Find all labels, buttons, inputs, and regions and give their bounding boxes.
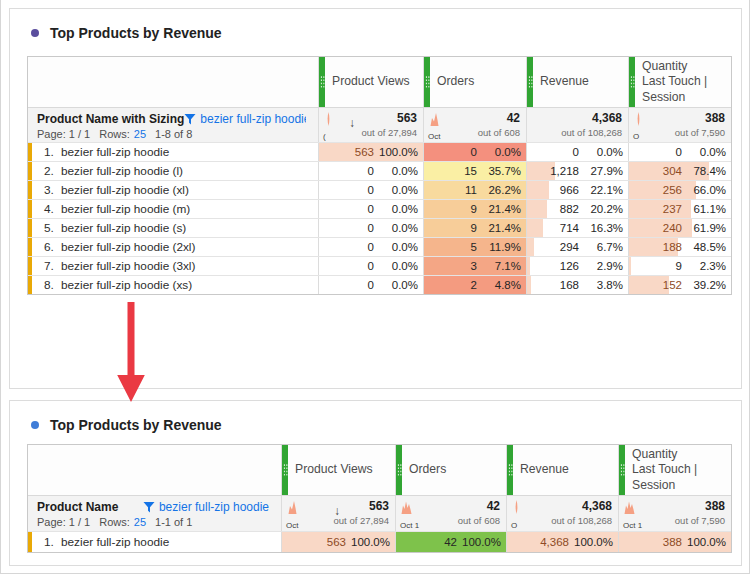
- column-totals: 42out of 608: [458, 500, 500, 526]
- applied-filter[interactable]: bezier full-zip hoodie: [184, 112, 308, 126]
- metric-value: 240: [663, 222, 682, 234]
- metric-cell[interactable]: 30478.4%: [628, 162, 731, 180]
- sparkline-icon[interactable]: [323, 111, 336, 127]
- metric-cell[interactable]: 00.0%: [628, 143, 731, 161]
- metric-cell[interactable]: 1683.8%: [526, 276, 628, 294]
- column-drag-handle-icon[interactable]: [527, 57, 533, 107]
- column-drag-handle-icon[interactable]: [319, 57, 325, 107]
- metric-cell[interactable]: 00.0%: [318, 200, 423, 218]
- metric-cell[interactable]: 24.8%: [423, 276, 526, 294]
- dimension-name: Product Name: [37, 500, 118, 514]
- drag-dots-icon: [508, 464, 513, 477]
- column-header-orders[interactable]: Orders: [423, 57, 526, 107]
- sparkline-icon[interactable]: [623, 499, 636, 515]
- dimension-item-cell[interactable]: 6.bezier full-zip hoodie (2xl): [28, 238, 318, 256]
- metric-cell[interactable]: 00.0%: [318, 219, 423, 237]
- column-drag-handle-icon[interactable]: [424, 57, 430, 107]
- metric-cell[interactable]: 00.0%: [318, 181, 423, 199]
- column-header-revenue[interactable]: Revenue: [526, 57, 628, 107]
- metric-cell[interactable]: 1126.2%: [423, 181, 526, 199]
- column-drag-handle-icon[interactable]: [507, 445, 513, 495]
- metric-value: 714: [560, 222, 579, 234]
- sparkline-icon[interactable]: [633, 111, 646, 127]
- metric-cell[interactable]: 00.0%: [318, 276, 423, 294]
- metric-cell[interactable]: 92.3%: [628, 257, 731, 275]
- metric-cell[interactable]: 00.0%: [318, 238, 423, 256]
- rows-per-page[interactable]: 25: [134, 128, 146, 140]
- metric-cell[interactable]: 1,21827.9%: [526, 162, 628, 180]
- metric-cell[interactable]: 18848.5%: [628, 238, 731, 256]
- sort-descending-icon[interactable]: ↓: [349, 116, 355, 130]
- applied-filter[interactable]: bezier full-zip hoodie: [143, 500, 271, 514]
- metric-cell[interactable]: 37.1%: [423, 257, 526, 275]
- metric-cell[interactable]: 511.9%: [423, 238, 526, 256]
- rows-per-page[interactable]: 25: [134, 516, 146, 528]
- sparkline-icon[interactable]: [286, 499, 299, 515]
- dimension-item-cell[interactable]: 4.bezier full-zip hoodie (m): [28, 200, 318, 218]
- metric-percent: 66.0%: [682, 184, 726, 196]
- metric-cell[interactable]: 00.0%: [423, 143, 526, 161]
- metric-cell[interactable]: 23761.1%: [628, 200, 731, 218]
- column-header-product-views[interactable]: Product Views: [281, 445, 395, 495]
- column-drag-handle-icon[interactable]: [396, 445, 402, 495]
- metric-cell[interactable]: 15239.2%: [628, 276, 731, 294]
- metric-cell[interactable]: 71416.3%: [526, 219, 628, 237]
- dimension-item-cell[interactable]: 7.bezier full-zip hoodie (3xl): [28, 257, 318, 275]
- table-row: 6.bezier full-zip hoodie (2xl)00.0%511.9…: [28, 237, 731, 256]
- heat-bar: [527, 200, 547, 218]
- metric-percent: 61.9%: [682, 222, 726, 234]
- dimension-color-strip: [28, 238, 32, 256]
- sparkline-icon[interactable]: [511, 499, 524, 515]
- metric-cell[interactable]: 2946.7%: [526, 238, 628, 256]
- sparkline-icon[interactable]: [400, 499, 413, 515]
- metric-cell[interactable]: 1535.7%: [423, 162, 526, 180]
- dimension-item-cell[interactable]: 3.bezier full-zip hoodie (xl): [28, 181, 318, 199]
- metric-cell[interactable]: 4,368100.0%: [506, 532, 618, 552]
- metric-percent: 48.5%: [682, 241, 726, 253]
- top-products-panel-classified: Top Products by Revenue Product ViewsOrd…: [9, 400, 742, 566]
- dimension-color-strip: [28, 532, 32, 552]
- panel-title-row: Top Products by Revenue: [31, 25, 222, 41]
- dimension-header-cell: Product Name with Sizingbezier full-zip …: [28, 108, 318, 142]
- column-header-product-views[interactable]: Product Views: [318, 57, 423, 107]
- column-header-quantity[interactable]: QuantityLast Touch | Session: [618, 445, 731, 495]
- sparkline-icon[interactable]: [428, 111, 441, 127]
- metric-cell[interactable]: 00.0%: [318, 257, 423, 275]
- metric-cell[interactable]: 563100.0%: [281, 532, 395, 552]
- metric-cell[interactable]: 563100.0%: [318, 143, 423, 161]
- metric-cell[interactable]: 24061.9%: [628, 219, 731, 237]
- table-row: 1.bezier full-zip hoodie563100.0%00.0%00…: [28, 142, 731, 161]
- metric-cell[interactable]: 25666.0%: [628, 181, 731, 199]
- metric-cell[interactable]: 921.4%: [423, 200, 526, 218]
- dimension-item-cell[interactable]: 1.bezier full-zip hoodie: [28, 532, 281, 552]
- dimension-item-cell[interactable]: 1.bezier full-zip hoodie: [28, 143, 318, 161]
- metric-percent: 39.2%: [682, 279, 726, 291]
- column-total-outof: out of 108,268: [561, 127, 622, 138]
- filter-icon: [143, 502, 155, 513]
- dimension-item-cell[interactable]: 5.bezier full-zip hoodie (s): [28, 219, 318, 237]
- metric-percent: 35.7%: [477, 165, 521, 177]
- column-header-quantity[interactable]: QuantityLast Touch | Session: [628, 57, 731, 107]
- dimension-item-cell[interactable]: 8.bezier full-zip hoodie (xs): [28, 276, 318, 294]
- dimension-header-cell: Product Namebezier full-zip hoodiePage: …: [28, 496, 281, 531]
- metric-cell[interactable]: 42100.0%: [395, 532, 506, 552]
- pagination-info: Page: 1 / 1: [37, 516, 90, 528]
- column-header-revenue[interactable]: Revenue: [506, 445, 618, 495]
- metric-cell[interactable]: 00.0%: [318, 162, 423, 180]
- column-drag-handle-icon[interactable]: [282, 445, 288, 495]
- metric-cell[interactable]: 88220.2%: [526, 200, 628, 218]
- column-drag-handle-icon[interactable]: [629, 57, 635, 107]
- column-header-labels: Product Views: [319, 74, 410, 90]
- column-total-outof: out of 108,268: [551, 515, 612, 526]
- table-row: 4.bezier full-zip hoodie (m)00.0%921.4%8…: [28, 199, 731, 218]
- metric-cell[interactable]: 921.4%: [423, 219, 526, 237]
- row-product-name: bezier full-zip hoodie: [61, 145, 169, 159]
- column-header-orders[interactable]: Orders: [395, 445, 506, 495]
- metric-cell[interactable]: 00.0%: [526, 143, 628, 161]
- metric-cell[interactable]: 96622.1%: [526, 181, 628, 199]
- metric-cell[interactable]: 1262.9%: [526, 257, 628, 275]
- dimension-color-strip: [28, 257, 32, 275]
- column-drag-handle-icon[interactable]: [619, 445, 625, 495]
- metric-cell[interactable]: 388100.0%: [618, 532, 731, 552]
- dimension-item-cell[interactable]: 2.bezier full-zip hoodie (l): [28, 162, 318, 180]
